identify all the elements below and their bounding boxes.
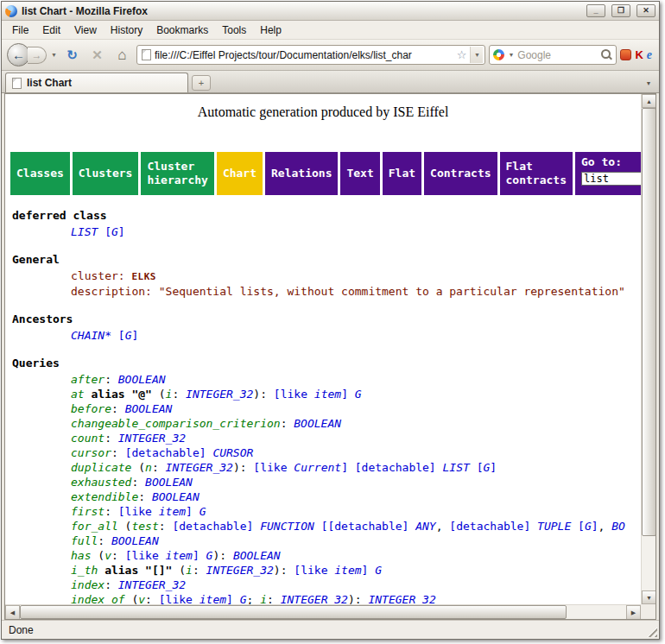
page-button-go-to[interactable]: Go to: <box>575 152 641 195</box>
code-seg-type[interactable]: G <box>375 564 382 577</box>
menu-tools[interactable]: Tools <box>216 22 252 38</box>
code-seg-type[interactable]: INTEGER_32 <box>166 461 233 474</box>
code-seg-feat[interactable]: duplicate <box>71 461 131 474</box>
google-icon[interactable] <box>493 49 504 60</box>
refresh-button[interactable]: ↻ <box>61 45 83 66</box>
menu-view[interactable]: View <box>68 22 103 38</box>
menu-edit[interactable]: Edit <box>36 22 66 38</box>
code-seg-type[interactable]: G <box>240 593 247 604</box>
code-seg-feat[interactable]: index_of <box>71 593 125 604</box>
code-seg-type[interactable]: LIST <box>443 461 470 474</box>
code-seg-feat[interactable]: i <box>260 593 267 604</box>
search-box[interactable]: ▼ Google <box>489 45 617 65</box>
scroll-down-icon[interactable]: ▼ <box>642 590 656 604</box>
code-seg-feat[interactable]: changeable_comparison_criterion <box>71 417 281 430</box>
code-seg-feat[interactable]: has <box>71 549 91 562</box>
code-seg-type[interactable]: INTEGER_32 <box>118 578 186 591</box>
menu-help[interactable]: Help <box>254 22 288 38</box>
vertical-scroll-thumb[interactable] <box>642 108 656 536</box>
menu-history[interactable]: History <box>104 22 149 38</box>
goto-input[interactable] <box>581 172 641 186</box>
page-button-text[interactable]: Text <box>340 152 379 195</box>
code-seg-type[interactable]: Current <box>294 461 341 474</box>
code-seg-feat[interactable]: first <box>71 505 104 518</box>
tab-list-dropdown-icon[interactable]: ▼ <box>642 75 656 91</box>
code-seg-feat[interactable]: test <box>131 520 158 533</box>
code-seg-type[interactable]: G <box>111 225 118 238</box>
history-dropdown-icon[interactable]: ▼ <box>50 52 58 58</box>
code-seg-feat[interactable]: i <box>186 564 193 577</box>
horizontal-scroll-thumb[interactable] <box>20 605 567 619</box>
maximize-button[interactable]: ❐ <box>611 4 630 17</box>
url-dropdown-icon[interactable]: ▼ <box>470 47 483 63</box>
page-button-classes[interactable]: Classes <box>10 152 70 195</box>
page-button-flat-contracts[interactable]: Flat contracts <box>500 152 573 195</box>
page-button-chart[interactable]: Chart <box>217 152 263 195</box>
new-tab-button[interactable]: + <box>192 75 211 91</box>
kaspersky-icon[interactable]: K <box>635 48 643 61</box>
horizontal-scrollbar[interactable]: ◀ ▶ <box>5 604 641 619</box>
code-seg-feat[interactable]: full <box>71 534 98 547</box>
vertical-scrollbar[interactable]: ▲ ▼ <box>641 94 656 604</box>
search-engine-dropdown-icon[interactable]: ▼ <box>507 52 515 58</box>
titlebar[interactable]: list Chart - Mozilla Firefox _ ❐ ✕ <box>2 2 659 21</box>
url-text[interactable]: file:///C:/Eiffel Projects/tour/Document… <box>155 49 453 61</box>
code-seg-feat[interactable]: v <box>138 593 145 604</box>
code-seg-feat[interactable]: extendible <box>71 490 138 503</box>
code-seg-feat[interactable]: i_th <box>71 564 98 577</box>
bookmark-star-icon[interactable]: ☆ <box>457 49 467 60</box>
code-seg-type[interactable]: BOOLEAN <box>118 373 166 386</box>
code-seg-type[interactable]: BOOLEAN <box>152 490 200 503</box>
code-seg-type[interactable]: BOOLEAN <box>111 534 159 547</box>
code-seg-type[interactable]: G <box>200 505 206 518</box>
close-button[interactable]: ✕ <box>636 4 656 17</box>
code-seg-type[interactable]: G <box>355 388 362 401</box>
code-seg-feat[interactable]: before <box>71 402 111 415</box>
code-seg-type[interactable]: ANY <box>415 520 435 533</box>
code-seg-feat[interactable]: after <box>71 373 104 386</box>
scroll-up-icon[interactable]: ▲ <box>642 94 656 108</box>
ie-icon[interactable]: e <box>647 48 654 62</box>
code-seg-type[interactable]: INTEGER_32 <box>368 593 435 604</box>
code-seg-feat[interactable]: n <box>145 461 152 474</box>
page-button-contracts[interactable]: Contracts <box>424 152 497 195</box>
scroll-right-icon[interactable]: ▶ <box>626 605 641 620</box>
code-seg-type[interactable]: FUNCTION <box>260 520 314 533</box>
code-seg-type[interactable]: INTEGER_32 <box>206 564 274 577</box>
code-seg-type[interactable]: INTEGER_32 <box>186 388 253 401</box>
addon-flag-icon[interactable] <box>620 49 631 60</box>
code-seg-type[interactable]: item <box>159 505 186 518</box>
stop-button[interactable]: ✕ <box>86 45 108 66</box>
menu-bookmarks[interactable]: Bookmarks <box>150 22 214 38</box>
back-button[interactable]: ← <box>7 43 30 66</box>
code-seg-type[interactable]: BOOLEAN <box>125 402 173 415</box>
code-seg-type[interactable]: G <box>585 520 592 533</box>
url-bar[interactable]: file:///C:/Eiffel Projects/tour/Document… <box>136 45 485 65</box>
code-seg-type[interactable]: item <box>314 388 341 401</box>
code-seg-feat[interactable]: index <box>71 578 104 591</box>
code-seg-type[interactable]: item <box>166 549 193 562</box>
code-seg-feat[interactable]: exhausted <box>71 476 131 489</box>
resize-grip[interactable] <box>646 626 657 637</box>
code-seg-type[interactable]: INTEGER_32 <box>118 432 186 445</box>
code-seg-feat[interactable]: for_all <box>71 520 118 533</box>
code-seg-type[interactable]: TUPLE <box>537 520 571 533</box>
page-button-clusters[interactable]: Clusters <box>73 152 139 195</box>
code-seg-type[interactable]: CHAIN* <box>71 329 111 342</box>
code-seg-type[interactable]: BO <box>611 520 625 533</box>
code-seg-type[interactable]: CURSOR <box>212 446 253 459</box>
code-seg-feat[interactable]: cursor <box>71 446 111 459</box>
page-button-flat[interactable]: Flat <box>383 152 421 195</box>
code-seg-type[interactable]: BOOLEAN <box>145 476 193 489</box>
code-seg-type[interactable]: BOOLEAN <box>294 417 341 430</box>
code-seg-type[interactable]: INTEGER_32 <box>281 593 348 604</box>
forward-button[interactable]: → <box>28 47 47 64</box>
search-icon[interactable] <box>601 49 612 60</box>
code-seg-feat[interactable]: count <box>71 432 104 445</box>
home-button[interactable]: ⌂ <box>111 45 133 66</box>
search-input[interactable]: Google <box>517 49 598 61</box>
menu-file[interactable]: File <box>6 22 35 38</box>
tab-list-chart[interactable]: list Chart <box>5 73 188 92</box>
code-seg-feat[interactable]: v <box>104 549 111 562</box>
code-seg-type[interactable]: LIST <box>71 225 98 238</box>
